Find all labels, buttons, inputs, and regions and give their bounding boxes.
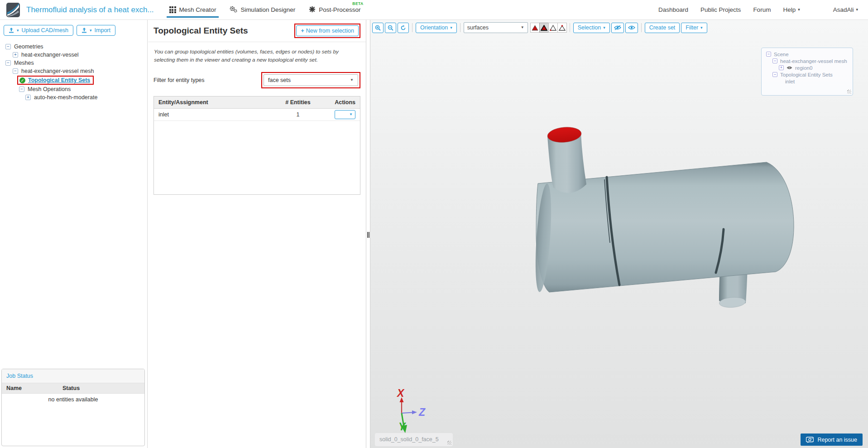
chevron-down-icon: ▼ [521,26,524,29]
collapse-icon[interactable]: − [772,72,777,77]
collapse-icon[interactable]: − [5,60,11,66]
zoom-out-button[interactable] [385,23,396,33]
toolbar-separator [460,23,460,32]
annotation-red-box: + New from selection [294,24,360,38]
app-tabs: Mesh Creator Simulation Designer BETA [169,0,361,20]
filter-dropdown[interactable]: Filter ▾ [681,23,707,33]
user-menu[interactable]: AsadAli ▾ [833,6,858,13]
table-row[interactable]: inlet 1 ▼ [154,109,360,121]
resize-handle-icon[interactable] [847,90,851,94]
chevron-down-icon: ▼ [350,78,354,82]
chevron-down-icon: ▼ [349,113,353,116]
3d-viewer[interactable]: Orientation ▾ surfaces ▼ Selection ▾ [370,20,868,448]
tree-node-geometry-item[interactable]: + heat-exchanger-vessel [13,51,144,59]
chevron-down-icon: ▾ [603,26,605,30]
display-mode-select[interactable]: surfaces ▼ [464,22,528,33]
beta-badge: BETA [352,1,363,6]
nav-help-menu[interactable]: Help ▾ [783,6,800,13]
viewer-toolbar: Orientation ▾ surfaces ▼ Selection ▾ [372,22,709,33]
actions-dropdown[interactable]: ▼ [335,110,355,119]
app-logo-icon[interactable] [6,3,20,17]
nav-public-projects[interactable]: Public Projects [700,6,741,13]
tree-node-operation-item[interactable]: + auto-hex-mesh-moderate [25,93,144,101]
scene-node-sets-group[interactable]: − Topological Entity Sets [772,71,849,78]
resize-handle-icon [447,441,451,445]
import-button[interactable]: ▾ Import [77,25,115,36]
z-axis-label: Z [418,406,426,418]
project-tree: − Geometries + heat-exchanger-vessel − M… [0,40,147,104]
nav-forum[interactable]: Forum [753,6,771,13]
scene-node-mesh[interactable]: − heat-exchanger-vessel mesh [772,58,849,64]
toolbar-separator [641,23,642,32]
processor-icon [309,6,316,14]
zoom-in-button[interactable] [372,23,384,33]
panel-description: You can group topological entities (volu… [148,42,366,65]
new-from-selection-button[interactable]: + New from selection [296,25,359,36]
scene-node-region[interactable]: + region0 [779,64,849,71]
tab-simulation-designer[interactable]: Simulation Designer [230,0,295,20]
splitter-grip-icon [367,232,369,238]
tab-label: Simulation Designer [240,6,295,13]
grid-icon [169,6,176,13]
chevron-down-icon: ▾ [450,26,452,30]
chevron-down-icon: ▾ [90,29,92,33]
render-mode-group [531,23,567,33]
topological-entity-sets-panel: Topological Entity Sets + New from selec… [148,20,366,448]
scene-tree-overlay: − Scene − heat-exchanger-vessel mesh + r… [761,48,853,96]
entity-type-selected-value: face sets [268,77,291,83]
collapse-icon[interactable]: − [766,52,771,57]
job-status-col-status: Status [62,385,80,391]
scene-node-root[interactable]: − Scene [766,51,849,58]
tree-node-mesh-item[interactable]: − heat-exchanger-vessel mesh [13,67,144,75]
scene-node-set-inlet[interactable]: inlet [785,78,849,85]
col-num-entities: # Entities [273,99,323,106]
tree-node-mesh-operations[interactable]: − Mesh Operations [19,85,144,93]
tree-node-geometries[interactable]: − Geometries [5,43,144,51]
tab-mesh-creator[interactable]: Mesh Creator [169,0,216,20]
expand-icon[interactable]: + [779,65,784,70]
toolbar-separator [570,23,570,32]
render-points-button[interactable] [557,23,567,33]
create-set-button[interactable]: Create set [645,23,680,33]
x-axis-label: X [396,387,405,399]
collapse-icon[interactable]: − [5,44,11,49]
top-header: Thermofluid analysis of a heat exch... M… [0,0,868,20]
render-surfaces-edges-button[interactable] [539,23,549,33]
chevron-down-icon: ▾ [17,29,19,33]
hide-selection-button[interactable] [611,23,624,33]
collapse-icon[interactable]: − [19,87,24,92]
upload-cad-mesh-button[interactable]: ▾ Upload CAD/mesh [4,25,73,36]
expand-icon[interactable]: + [13,52,18,58]
annotation-red-box: ✓ Topological Entity Sets [17,76,94,85]
filter-entity-types-label: Filter for entity types [153,77,205,83]
tree-node-meshes[interactable]: − Meshes [5,59,144,67]
selection-dropdown[interactable]: Selection ▾ [573,23,610,33]
chevron-down-icon: ▾ [700,26,703,30]
col-actions: Actions [323,99,355,106]
orientation-dropdown[interactable]: Orientation ▾ [416,23,457,33]
tab-label: Mesh Creator [179,6,216,13]
camera-feedback-icon [806,437,814,443]
chevron-down-icon: ▾ [856,8,858,12]
report-issue-button[interactable]: Report an issue [801,434,863,446]
panel-splitter[interactable] [366,20,370,448]
entity-type-select[interactable]: face sets ▼ [264,74,358,86]
expand-icon[interactable]: + [25,95,31,100]
job-status-title: Job Status [2,369,144,383]
display-mode-value: surfaces [467,24,489,31]
reset-view-button[interactable] [398,23,409,33]
inlet-pipe[interactable] [547,126,586,193]
render-surfaces-button[interactable] [530,23,540,33]
project-title: Thermofluid analysis of a heat exch... [26,5,154,14]
nav-dashboard[interactable]: Dashboard [658,6,688,13]
hovered-face-name-field[interactable]: solid_0_solid_0_face_5 [375,433,453,446]
tab-post-processor[interactable]: BETA Post-Processor [309,0,360,20]
tree-node-topological-entity-sets[interactable]: ✓ Topological Entity Sets [3,75,144,85]
col-entity-assignment: Entity/Assignment [158,99,273,106]
render-wireframe-button[interactable] [548,23,558,33]
collapse-icon[interactable]: − [772,58,777,63]
show-all-button[interactable] [625,23,638,33]
eye-icon[interactable] [786,65,792,71]
collapse-icon[interactable]: − [13,68,18,74]
chevron-down-icon: ▾ [798,8,800,12]
